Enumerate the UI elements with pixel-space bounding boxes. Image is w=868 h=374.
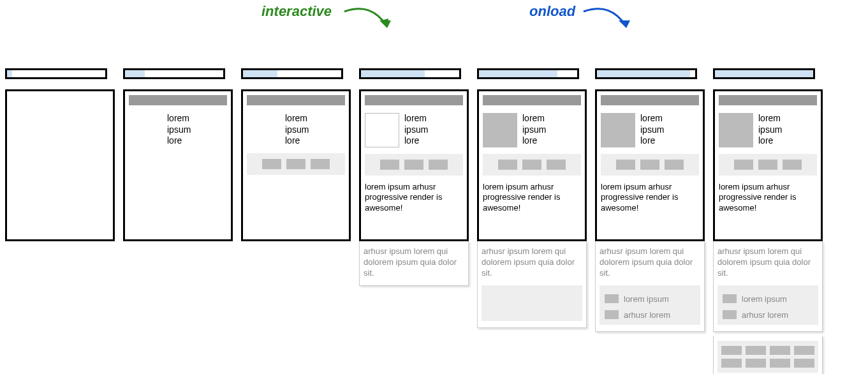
- body-text: lorem ipsum arhusr progressive render is…: [365, 182, 463, 213]
- list-label: lorem ipsum: [742, 294, 787, 304]
- title-placeholder: [129, 95, 227, 105]
- list-placeholder: lorem ipsum arhusr lorem: [717, 285, 818, 325]
- interactive-label: interactive: [261, 3, 332, 20]
- frame-2: lorem ipsum lore: [123, 68, 225, 374]
- hero-image: [719, 113, 753, 147]
- body-text: lorem ipsum arhusr progressive render is…: [719, 182, 817, 213]
- gallery-grid: [717, 341, 818, 373]
- browser-chrome: [713, 68, 815, 79]
- grid-cell: [721, 346, 742, 355]
- frame-5: lorem ipsum lore lorem ipsum arhusr prog…: [477, 68, 579, 374]
- list-item: arhusr lorem: [602, 309, 698, 321]
- title-placeholder: [483, 95, 581, 105]
- grid-cell: [794, 346, 814, 355]
- thumbs-row: [247, 153, 345, 175]
- frames-row: lorem ipsum lore lorem ipsum lore: [5, 68, 815, 374]
- thumbs-row: [601, 154, 699, 176]
- thumb-icon: [605, 310, 619, 319]
- arrow-onload-icon: [580, 4, 638, 39]
- svg-marker-0: [379, 20, 391, 28]
- browser-chrome: [359, 68, 461, 79]
- list-item: lorem ipsum: [602, 293, 698, 305]
- hero-text: lorem ipsum lore: [167, 113, 191, 147]
- thumb: [262, 159, 281, 169]
- thumb: [404, 160, 423, 170]
- below-fold-card: arhusr ipsum lorem qui dolorem ipsum qui…: [713, 241, 823, 332]
- list-item: lorem ipsum: [720, 293, 816, 305]
- title-placeholder: [365, 95, 463, 105]
- grid-cell: [746, 359, 766, 368]
- thumbs-row: [483, 154, 581, 176]
- browser-chrome: [595, 68, 697, 79]
- hero-image: [483, 113, 517, 147]
- browser-chrome: [5, 68, 107, 79]
- thumb: [734, 160, 753, 170]
- browser-chrome: [477, 68, 579, 79]
- grid-cell: [746, 346, 766, 355]
- grey-paragraph: arhusr ipsum lorem qui dolorem ipsum qui…: [482, 246, 582, 279]
- thumb: [429, 160, 448, 170]
- browser-chrome: [123, 68, 225, 79]
- progress-bar: [715, 70, 813, 77]
- frame-1: [5, 68, 107, 374]
- thumbs-row: [365, 154, 463, 176]
- grid-cell: [770, 359, 790, 368]
- arrow-interactive-icon: [341, 4, 399, 39]
- thumb: [640, 160, 659, 170]
- title-placeholder: [601, 95, 699, 105]
- hero-text: lorem ipsum lore: [522, 113, 546, 147]
- progressive-rendering-diagram: interactive onload lorem ip: [0, 0, 868, 374]
- title-placeholder: [247, 95, 345, 105]
- thumbs-row: [719, 154, 817, 176]
- title-placeholder: [719, 95, 817, 105]
- progress-bar: [361, 70, 425, 77]
- body-text: lorem ipsum arhusr progressive render is…: [601, 182, 699, 213]
- viewport: lorem ipsum lore: [123, 89, 233, 241]
- thumb: [286, 159, 305, 169]
- onload-label: onload: [529, 3, 575, 20]
- thumb: [547, 160, 566, 170]
- grid-cell: [794, 359, 814, 368]
- thumb: [380, 160, 399, 170]
- list-item: arhusr lorem: [720, 309, 816, 321]
- grey-paragraph: arhusr ipsum lorem qui dolorem ipsum qui…: [600, 246, 700, 279]
- viewport: [5, 89, 115, 241]
- media-placeholder: [482, 285, 582, 321]
- list-label: arhusr lorem: [624, 310, 670, 320]
- viewport: lorem ipsum lore lorem ipsum arhusr prog…: [477, 89, 587, 241]
- viewport: lorem ipsum lore lorem ipsum arhusr prog…: [359, 89, 469, 241]
- below-fold-card-2: [713, 336, 823, 374]
- hero-image-placeholder: [365, 113, 399, 147]
- thumb-icon: [605, 294, 619, 303]
- frame-6-onload: lorem ipsum lore lorem ipsum arhusr prog…: [595, 68, 697, 374]
- viewport: lorem ipsum lore: [241, 89, 351, 241]
- thumb: [522, 160, 541, 170]
- viewport: lorem ipsum lore lorem ipsum arhusr prog…: [713, 89, 823, 241]
- browser-chrome: [241, 68, 343, 79]
- thumb: [616, 160, 635, 170]
- frame-7: lorem ipsum lore lorem ipsum arhusr prog…: [713, 68, 815, 374]
- progress-bar: [597, 70, 690, 77]
- viewport: lorem ipsum lore lorem ipsum arhusr prog…: [595, 89, 705, 241]
- hero-image: [601, 113, 635, 147]
- grid-cell: [721, 359, 742, 368]
- progress-bar: [7, 70, 12, 77]
- svg-marker-1: [619, 20, 630, 28]
- body-text: lorem ipsum arhusr progressive render is…: [483, 182, 581, 213]
- thumb-icon: [723, 294, 737, 303]
- frame-3: lorem ipsum lore: [241, 68, 343, 374]
- list-label: lorem ipsum: [624, 294, 669, 304]
- progress-bar: [125, 70, 145, 77]
- thumb: [311, 159, 330, 169]
- progress-bar: [243, 70, 277, 77]
- grey-paragraph: arhusr ipsum lorem qui dolorem ipsum qui…: [364, 246, 464, 279]
- progress-bar: [479, 70, 557, 77]
- hero-text: lorem ipsum lore: [758, 113, 782, 147]
- thumb: [783, 160, 802, 170]
- below-fold-card: arhusr ipsum lorem qui dolorem ipsum qui…: [595, 241, 705, 332]
- thumb: [665, 160, 684, 170]
- hero-text: lorem ipsum lore: [640, 113, 664, 147]
- hero-text: lorem ipsum lore: [404, 113, 428, 147]
- thumb: [498, 160, 517, 170]
- grey-paragraph: arhusr ipsum lorem qui dolorem ipsum qui…: [717, 246, 818, 279]
